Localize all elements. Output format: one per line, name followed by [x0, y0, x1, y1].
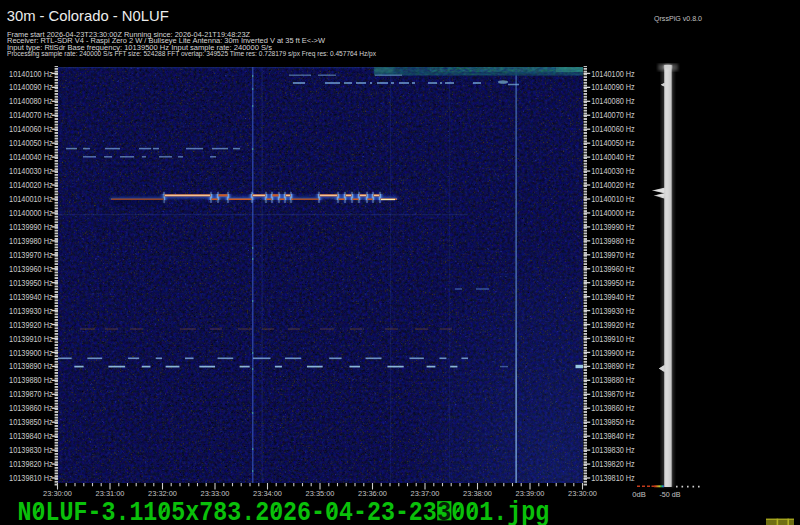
svg-text:10139860 Hz: 10139860 Hz [9, 404, 53, 413]
svg-text:10139970 Hz: 10139970 Hz [591, 251, 635, 260]
svg-text:10140090 Hz: 10140090 Hz [591, 83, 635, 92]
svg-text:10139910 Hz: 10139910 Hz [591, 335, 635, 344]
svg-text:10139810 Hz: 10139810 Hz [9, 474, 53, 483]
svg-text:10140040 Hz: 10140040 Hz [591, 153, 635, 162]
svg-text:10139990 Hz: 10139990 Hz [9, 223, 53, 232]
svg-text:10139830 Hz: 10139830 Hz [591, 446, 635, 455]
svg-text:10139880 Hz: 10139880 Hz [9, 376, 53, 385]
svg-text:10140030 Hz: 10140030 Hz [591, 167, 635, 176]
svg-text:10140000 Hz: 10140000 Hz [591, 209, 635, 218]
svg-text:10140050 Hz: 10140050 Hz [9, 139, 53, 148]
svg-text:10140010 Hz: 10140010 Hz [9, 195, 53, 204]
svg-text:10139870 Hz: 10139870 Hz [591, 390, 635, 399]
svg-text:10139890 Hz: 10139890 Hz [9, 362, 53, 371]
svg-text:10140070 Hz: 10140070 Hz [9, 111, 53, 120]
svg-text:10140080 Hz: 10140080 Hz [591, 97, 635, 106]
svg-text:10139930 Hz: 10139930 Hz [9, 307, 53, 316]
svg-text:10139920 Hz: 10139920 Hz [591, 321, 635, 330]
svg-text:10140060 Hz: 10140060 Hz [9, 125, 53, 134]
svg-text:10139900 Hz: 10139900 Hz [9, 349, 53, 358]
svg-text:10139990 Hz: 10139990 Hz [591, 223, 635, 232]
svg-text:10139890 Hz: 10139890 Hz [591, 362, 635, 371]
svg-text:10140040 Hz: 10140040 Hz [9, 153, 53, 162]
svg-text:10139960 Hz: 10139960 Hz [9, 265, 53, 274]
svg-text:QrssPiG v0.8.0: QrssPiG v0.8.0 [654, 14, 702, 23]
svg-text:10139860 Hz: 10139860 Hz [591, 404, 635, 413]
svg-text:N0LUF-3.1105x783.2026-04-23-23: N0LUF-3.1105x783.2026-04-23-23 [18, 497, 437, 525]
svg-text:10139940 Hz: 10139940 Hz [591, 293, 635, 302]
svg-text:10139930 Hz: 10139930 Hz [591, 307, 635, 316]
svg-text:0dB: 0dB [632, 490, 646, 499]
svg-text:10139840 Hz: 10139840 Hz [591, 432, 635, 441]
svg-text:001.jpg: 001.jpg [451, 497, 549, 525]
svg-text:Processing sample rate: 240000: Processing sample rate: 240000 S/s FFT s… [7, 49, 376, 58]
svg-text:10140020 Hz: 10140020 Hz [591, 181, 635, 190]
svg-text:10139810 Hz: 10139810 Hz [591, 474, 635, 483]
svg-text:10140090 Hz: 10140090 Hz [9, 83, 53, 92]
svg-text:10140070 Hz: 10140070 Hz [591, 111, 635, 120]
svg-text:10139840 Hz: 10139840 Hz [9, 432, 53, 441]
svg-text:10139960 Hz: 10139960 Hz [591, 265, 635, 274]
svg-text:10140020 Hz: 10140020 Hz [9, 181, 53, 190]
svg-text:10139940 Hz: 10139940 Hz [9, 293, 53, 302]
svg-text:10139970 Hz: 10139970 Hz [9, 251, 53, 260]
svg-text:10140080 Hz: 10140080 Hz [9, 97, 53, 106]
svg-text:23:30:00: 23:30:00 [568, 489, 597, 498]
svg-text:10139850 Hz: 10139850 Hz [591, 418, 635, 427]
svg-text:3: 3 [437, 497, 451, 525]
svg-text:10140100 Hz: 10140100 Hz [591, 70, 635, 79]
svg-text:10140060 Hz: 10140060 Hz [591, 125, 635, 134]
svg-text:10139880 Hz: 10139880 Hz [591, 376, 635, 385]
svg-text:10139980 Hz: 10139980 Hz [9, 237, 53, 246]
svg-text:10140100 Hz: 10140100 Hz [9, 70, 53, 79]
svg-text:10139830 Hz: 10139830 Hz [9, 446, 53, 455]
svg-text:10139950 Hz: 10139950 Hz [591, 279, 635, 288]
svg-text:10140050 Hz: 10140050 Hz [591, 139, 635, 148]
svg-text:-50 dB: -50 dB [660, 490, 681, 499]
svg-text:30m - Colorado - N0LUF: 30m - Colorado - N0LUF [7, 8, 169, 24]
svg-text:10139980 Hz: 10139980 Hz [591, 237, 635, 246]
svg-text:10139950 Hz: 10139950 Hz [9, 279, 53, 288]
svg-text:10139870 Hz: 10139870 Hz [9, 390, 53, 399]
svg-text:10139850 Hz: 10139850 Hz [9, 418, 53, 427]
svg-text:10140000 Hz: 10140000 Hz [9, 209, 53, 218]
svg-text:10139820 Hz: 10139820 Hz [9, 460, 53, 469]
svg-text:10139820 Hz: 10139820 Hz [591, 460, 635, 469]
svg-text:10139910 Hz: 10139910 Hz [9, 335, 53, 344]
svg-text:10139920 Hz: 10139920 Hz [9, 321, 53, 330]
svg-text:10140030 Hz: 10140030 Hz [9, 167, 53, 176]
svg-text:10140010 Hz: 10140010 Hz [591, 195, 635, 204]
svg-text:10139900 Hz: 10139900 Hz [591, 349, 635, 358]
